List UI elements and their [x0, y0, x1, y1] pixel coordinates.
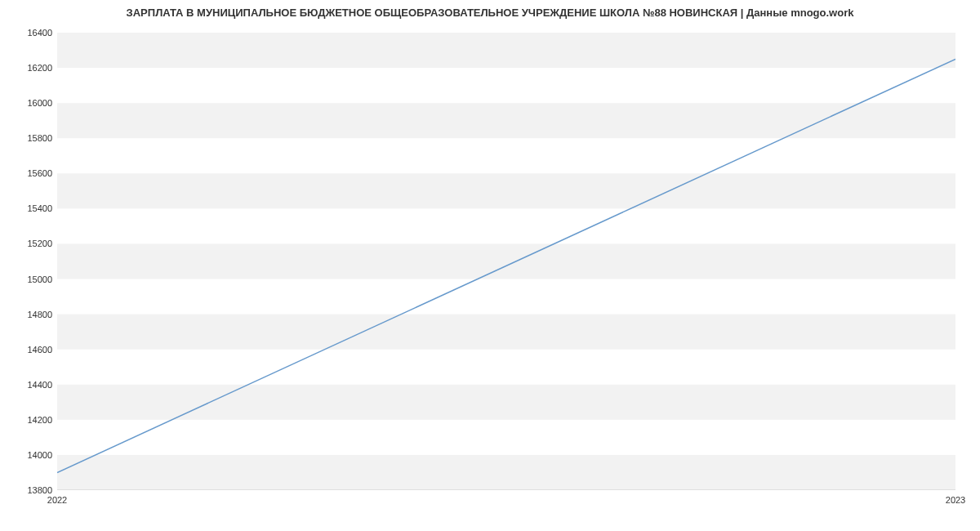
y-tick-label: 14600 — [3, 345, 52, 355]
y-tick-label: 14800 — [3, 310, 52, 319]
plot-area — [57, 33, 956, 490]
y-tick-label: 15400 — [3, 203, 52, 213]
y-tick-label: 16000 — [3, 98, 52, 108]
y-tick-label: 16400 — [3, 28, 52, 38]
x-tick-label: 2023 — [946, 495, 965, 505]
grid-band — [57, 315, 956, 350]
y-tick-label: 15200 — [3, 239, 52, 248]
grid-band — [57, 243, 956, 279]
y-tick-label: 15000 — [3, 274, 52, 284]
y-tick-label: 14200 — [3, 415, 52, 425]
chart-container: ЗАРПЛАТА В МУНИЦИПАЛЬНОЕ БЮДЖЕТНОЕ ОБЩЕО… — [0, 0, 980, 531]
grid-band — [57, 385, 956, 420]
grid-band — [57, 173, 956, 208]
grid-band — [57, 33, 956, 68]
chart-title: ЗАРПЛАТА В МУНИЦИПАЛЬНОЕ БЮДЖЕТНОЕ ОБЩЕО… — [0, 7, 980, 19]
y-tick-label: 14400 — [3, 380, 52, 390]
y-tick-label: 14000 — [3, 450, 52, 460]
y-tick-label: 16200 — [3, 63, 52, 73]
y-tick-label: 13800 — [3, 485, 52, 495]
grid-bands — [57, 33, 956, 490]
x-tick-label: 2022 — [47, 495, 67, 505]
grid-band — [57, 455, 956, 490]
y-tick-label: 15600 — [3, 168, 52, 178]
y-tick-label: 15800 — [3, 133, 52, 143]
